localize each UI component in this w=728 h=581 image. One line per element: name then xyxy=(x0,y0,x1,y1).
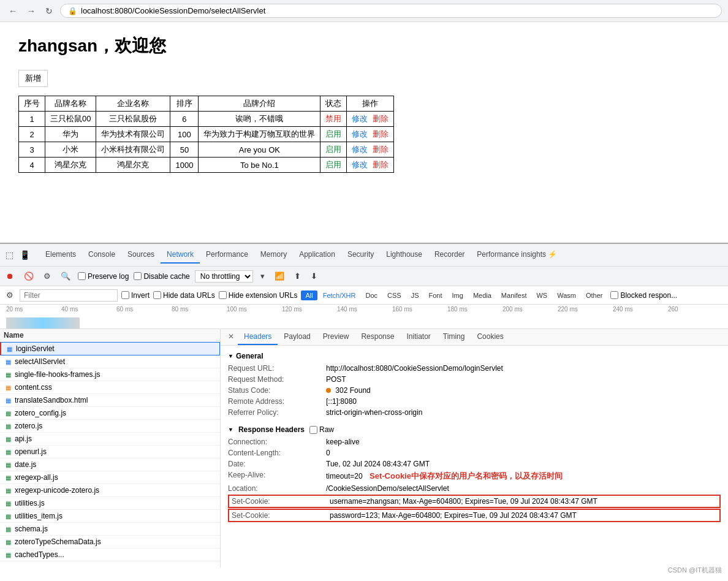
network-list-item[interactable]: ▦ translateSandbox.html xyxy=(0,394,220,407)
filter-icon[interactable]: ⚙ xyxy=(4,289,16,301)
wifi-icon[interactable]: 📶 xyxy=(272,270,287,282)
detail-tab-response[interactable]: Response xyxy=(355,329,400,345)
invert-checkbox[interactable]: Invert xyxy=(121,291,150,300)
import-icon[interactable]: ⬆ xyxy=(292,270,303,282)
detail-tab-preview[interactable]: Preview xyxy=(317,329,355,345)
edit-link[interactable]: 修改 xyxy=(352,129,368,139)
address-bar[interactable]: 🔒 localhost:8080/CookieSessionDemo/selec… xyxy=(60,4,722,18)
request-method-row: Request Method: POST xyxy=(228,374,721,385)
status-dot xyxy=(326,388,331,393)
delete-link[interactable]: 删除 xyxy=(373,160,389,169)
network-list-item[interactable]: ▦ cachedTypes... xyxy=(0,549,220,561)
network-list-item[interactable]: ▦ xregexp-all.js xyxy=(0,471,220,484)
detail-tab-initiator[interactable]: Initiator xyxy=(400,329,436,345)
filter-input[interactable] xyxy=(20,289,118,302)
filter-type-font[interactable]: Font xyxy=(425,290,447,300)
network-list-item[interactable]: ▦ single-file-hooks-frames.js xyxy=(0,368,220,381)
file-name: xregexp-all.js xyxy=(15,473,58,482)
devtools-tab-security[interactable]: Security xyxy=(341,246,380,264)
network-list-item[interactable]: ▦ date.js xyxy=(0,458,220,471)
filter-type-js[interactable]: JS xyxy=(407,290,423,300)
network-list-item[interactable]: ▦ loginServlet xyxy=(0,342,220,355)
delete-link[interactable]: 删除 xyxy=(373,129,389,139)
network-list-item[interactable]: ▦ zoteroTypeSchemaData.js xyxy=(0,536,220,549)
filter-type-img[interactable]: Img xyxy=(448,290,468,300)
col-header-status: 状态 xyxy=(320,96,347,112)
delete-link[interactable]: 删除 xyxy=(373,114,389,123)
edit-link[interactable]: 修改 xyxy=(352,114,368,123)
cell-brand: 华为 xyxy=(45,127,96,142)
forward-button[interactable]: → xyxy=(25,5,38,17)
network-list-item[interactable]: ▦ utilities_item.js xyxy=(0,510,220,523)
devtools-tab-memory[interactable]: Memory xyxy=(254,246,293,264)
network-list-item[interactable]: ▦ openurl.js xyxy=(0,446,220,458)
devtools-tab-sources[interactable]: Sources xyxy=(121,246,161,264)
connection-row: Connection: keep-alive xyxy=(228,436,721,447)
back-button[interactable]: ← xyxy=(6,5,20,17)
filter-type-doc[interactable]: Doc xyxy=(362,290,382,300)
hide-data-urls-checkbox[interactable]: Hide data URLs xyxy=(153,291,215,300)
search-btn[interactable]: 🔍 xyxy=(58,270,73,282)
network-list-item[interactable]: ▦ content.css xyxy=(0,381,220,394)
network-list-item[interactable]: ▦ utilities.js xyxy=(0,497,220,510)
cell-status: 启用 xyxy=(320,158,347,173)
filter-type-css[interactable]: CSS xyxy=(383,290,406,300)
throttle-dropdown[interactable]: ▾ xyxy=(258,270,267,282)
filter-type-all[interactable]: All xyxy=(301,290,317,300)
devtools-tab-network[interactable]: Network xyxy=(161,246,200,264)
cell-ops: 修改 删除 xyxy=(347,142,394,158)
filter-type-manifest[interactable]: Manifest xyxy=(497,290,531,300)
devtools-tab-performance-insights-⚡[interactable]: Performance insights ⚡ xyxy=(471,246,563,264)
cell-company: 鸿星尔克 xyxy=(96,158,170,173)
filter-type-fetch/xhr[interactable]: Fetch/XHR xyxy=(319,290,360,300)
network-list-item[interactable]: ▦ selectAllServlet xyxy=(0,355,220,368)
raw-checkbox[interactable]: Raw xyxy=(309,425,334,434)
detail-tab-timing[interactable]: Timing xyxy=(437,329,471,345)
filter-type-media[interactable]: Media xyxy=(469,290,496,300)
devtools-tab-recorder[interactable]: Recorder xyxy=(428,246,471,264)
devtools-tab-performance[interactable]: Performance xyxy=(200,246,254,264)
network-list-item[interactable]: ▦ api.js xyxy=(0,433,220,446)
keep-alive-row: Keep-Alive: timeout=20 Set-Cookie中保存对应的用… xyxy=(228,469,721,483)
network-list-item[interactable]: ▦ schema.js xyxy=(0,523,220,536)
file-name: content.css xyxy=(15,383,52,392)
network-list-item[interactable]: ▦ zotero_config.js xyxy=(0,407,220,420)
network-list-item[interactable]: ▦ zotero.js xyxy=(0,420,220,433)
devtools-tab-lighthouse[interactable]: Lighthouse xyxy=(380,246,428,264)
edit-link[interactable]: 修改 xyxy=(352,160,368,169)
cell-order: 50 xyxy=(170,142,199,158)
url-text: localhost:8080/CookieSessionDemo/selectA… xyxy=(81,6,265,15)
filter-type-ws[interactable]: WS xyxy=(532,290,552,300)
preserve-log-checkbox[interactable]: Preserve log xyxy=(78,272,129,281)
device-icon[interactable]: 📱 xyxy=(18,248,32,262)
filter-type-other[interactable]: Other xyxy=(582,290,607,300)
throttle-select[interactable]: No throttling xyxy=(195,270,253,283)
inspect-icon[interactable]: ⬚ xyxy=(4,248,15,262)
detail-tab-payload[interactable]: Payload xyxy=(278,329,316,345)
devtools-icons: ⬚ 📱 xyxy=(0,248,36,262)
cell-brand: 小米 xyxy=(45,142,96,158)
edit-link[interactable]: 修改 xyxy=(352,145,368,154)
refresh-button[interactable]: ↻ xyxy=(43,5,55,17)
clear-btn[interactable]: 🚫 xyxy=(21,270,36,282)
file-type-icon: ▦ xyxy=(4,473,12,482)
hide-extension-urls-checkbox[interactable]: Hide extension URLs xyxy=(219,291,298,300)
detail-tab-headers[interactable]: Headers xyxy=(238,329,278,345)
network-list-item[interactable]: ▦ xregexp-unicode-zotero.js xyxy=(0,484,220,497)
detail-tab-cookies[interactable]: Cookies xyxy=(471,329,509,345)
timeline-tick: 180 ms xyxy=(447,306,468,313)
devtools-tab-elements[interactable]: Elements xyxy=(39,246,82,264)
filter-type-wasm[interactable]: Wasm xyxy=(553,290,580,300)
new-button[interactable]: 新增 xyxy=(18,70,48,87)
devtools-tab-console[interactable]: Console xyxy=(82,246,121,264)
file-name: selectAllServlet xyxy=(15,357,65,366)
devtools-tab-application[interactable]: Application xyxy=(293,246,341,264)
export-icon[interactable]: ⬇ xyxy=(308,270,320,282)
filter-btn[interactable]: ⚙ xyxy=(41,270,53,282)
timeline-tick: 200 ms xyxy=(502,306,523,313)
disable-cache-checkbox[interactable]: Disable cache xyxy=(134,272,189,281)
record-btn[interactable]: ⏺ xyxy=(4,270,17,282)
blocked-response-checkbox[interactable]: Blocked respon... xyxy=(610,291,677,300)
delete-link[interactable]: 删除 xyxy=(373,145,389,154)
detail-close-btn[interactable]: ✕ xyxy=(224,329,238,345)
